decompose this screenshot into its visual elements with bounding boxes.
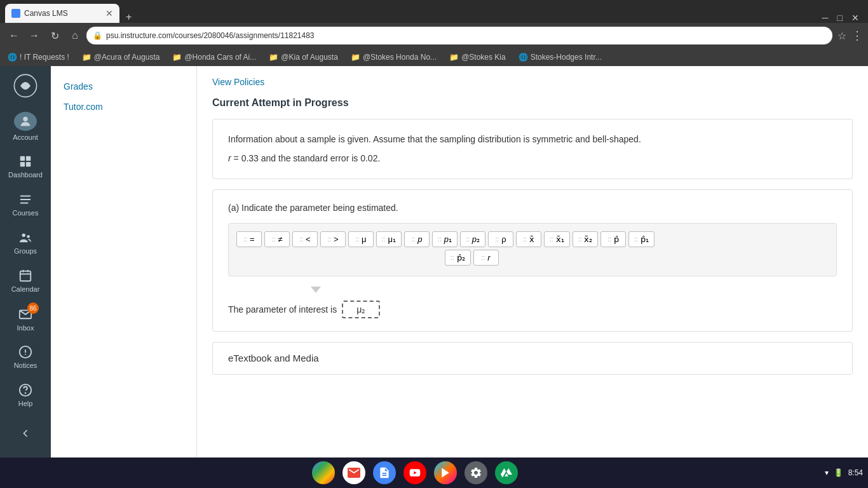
sidebar-item-groups[interactable]: Groups (0, 224, 51, 262)
battery-icon: 🔋 (834, 468, 843, 477)
svg-marker-21 (442, 468, 449, 478)
canvas-logo[interactable] (0, 66, 51, 105)
symbol-rho[interactable]: ::ρ (488, 231, 513, 247)
taskbar-time: 8:54 (848, 468, 863, 477)
bookmark-stokes-honda[interactable]: 📁 @Stokes Honda No... (348, 51, 439, 63)
canvas-sidebar: Account Dashboard Courses Gro (0, 66, 51, 458)
inbox-icon-wrap: 86 (18, 306, 32, 322)
dashboard-icon (18, 154, 32, 168)
svg-point-10 (27, 235, 30, 238)
window-controls: ─ □ ✕ (818, 13, 863, 23)
bookmark-honda[interactable]: 📁 @Honda Cars of Ai... (170, 51, 259, 63)
bookmark-stokes-kia[interactable]: 📁 @Stokes Kia (447, 51, 508, 63)
sidebar-item-notices[interactable]: Notices (0, 338, 51, 376)
symbol-xbar[interactable]: ::x̄ (516, 231, 541, 247)
inbox-badge: 86 (27, 302, 39, 314)
answer-box[interactable]: μ₂ (342, 301, 380, 318)
notices-icon (18, 345, 32, 359)
canvas-logo-svg (13, 73, 38, 98)
symbol-less[interactable]: ::< (292, 231, 318, 247)
active-tab[interactable]: Canvas LMS ✕ (5, 4, 119, 23)
symbol-xbar2[interactable]: ::x̄₂ (573, 231, 599, 247)
sidebar-item-dashboard[interactable]: Dashboard (0, 147, 51, 186)
notices-label: Notices (14, 362, 37, 369)
current-attempt-title: Current Attempt in Progress (212, 97, 853, 109)
symbol-phat1[interactable]: ::p̂₁ (628, 231, 654, 247)
symbol-phat[interactable]: ::p̂ (600, 231, 626, 247)
bookmark-kia[interactable]: 📁 @Kia of Augusta (266, 51, 341, 63)
symbol-r[interactable]: ::r (473, 250, 499, 266)
calendar-icon (18, 269, 32, 283)
svg-point-1 (23, 117, 27, 121)
browser-chrome: Canvas LMS ✕ + ─ □ ✕ ← → ↻ ⌂ 🔒 psu.instr… (0, 0, 868, 66)
browser-controls: ← → ↻ ⌂ 🔒 psu.instructure.com/courses/20… (0, 23, 868, 48)
question-text-a: (a) Indicate the parameter being estimat… (228, 203, 837, 213)
svg-rect-2 (20, 156, 25, 161)
taskbar-docs[interactable] (373, 461, 396, 484)
svg-point-18 (25, 354, 26, 355)
taskbar-settings[interactable] (465, 461, 487, 484)
symbol-mu1[interactable]: ::μ₁ (376, 231, 402, 247)
back-button[interactable]: ← (5, 27, 23, 44)
help-icon (18, 383, 32, 397)
dashboard-label: Dashboard (8, 171, 43, 179)
courses-label: Courses (13, 209, 39, 217)
help-label: Help (18, 400, 33, 407)
inbox-label: Inbox (17, 324, 34, 332)
refresh-button[interactable]: ↻ (46, 27, 64, 44)
taskbar-play[interactable] (434, 461, 457, 484)
svg-rect-4 (20, 162, 25, 166)
tutor-link[interactable]: Tutor.com (51, 97, 196, 117)
sidebar-item-account[interactable]: Account (0, 105, 51, 147)
symbol-equals[interactable]: ::= (236, 231, 262, 247)
sidebar-collapse-button[interactable] (0, 414, 51, 452)
symbol-notequals[interactable]: ::≠ (264, 231, 290, 247)
symbol-greater[interactable]: ::> (320, 231, 346, 247)
symbol-p1[interactable]: ::p₁ (432, 231, 458, 247)
collapse-icon (19, 427, 32, 440)
bookmark-it-requests[interactable]: 🌐 ! IT Requests ! (5, 51, 72, 63)
symbol-xbar1[interactable]: ::x̄₁ (544, 231, 570, 247)
svg-rect-3 (26, 156, 31, 161)
home-button[interactable]: ⌂ (66, 27, 84, 44)
tab-bar: Canvas LMS ✕ + ─ □ ✕ (0, 0, 868, 23)
sidebar-item-help[interactable]: Help (0, 376, 51, 414)
account-avatar (14, 112, 37, 131)
tooltip-arrow (311, 287, 321, 293)
bookmark-star-icon[interactable]: ☆ (837, 30, 846, 42)
symbol-mu[interactable]: ::μ (348, 231, 374, 247)
main-layout: Account Dashboard Courses Gro (0, 66, 868, 458)
restore-button[interactable]: □ (834, 13, 846, 23)
tooltip-arrow-area (228, 287, 837, 293)
sidebar-item-inbox-wrap: 86 Inbox (0, 300, 51, 338)
minimize-button[interactable]: ─ (818, 13, 832, 23)
bookmarks-bar: 🌐 ! IT Requests ! 📁 @Acura of Augusta 📁 … (0, 48, 868, 66)
bookmark-acura[interactable]: 📁 @Acura of Augusta (79, 51, 163, 63)
svg-point-20 (25, 393, 26, 393)
bookmark-stokes-hodges[interactable]: 🌐 Stokes-Hodges Intr... (516, 51, 604, 63)
sidebar-item-courses[interactable]: Courses (0, 186, 51, 224)
address-bar[interactable]: 🔒 psu.instructure.com/courses/2080046/as… (86, 27, 832, 44)
answer-prefix: The parameter of interest is (228, 304, 337, 315)
tab-favicon (11, 9, 20, 18)
tab-close-button[interactable]: ✕ (105, 8, 113, 18)
forward-button[interactable]: → (25, 27, 43, 44)
new-tab-button[interactable]: + (121, 11, 137, 23)
sidebar-item-inbox[interactable]: 86 Inbox (0, 300, 51, 338)
taskbar-right: ▾ 🔋 8:54 (825, 468, 868, 477)
browser-menu-icon[interactable]: ⋮ (851, 29, 863, 43)
grades-link[interactable]: Grades (51, 76, 196, 97)
symbol-p2[interactable]: ::p₂ (460, 231, 485, 247)
symbol-p[interactable]: ::p (404, 231, 430, 247)
calendar-label: Calendar (11, 285, 40, 293)
taskbar-chrome[interactable] (312, 461, 335, 484)
view-policies-link[interactable]: View Policies (212, 77, 264, 87)
symbol-phat2[interactable]: ::p̂₂ (445, 250, 471, 266)
close-button[interactable]: ✕ (848, 13, 863, 23)
taskbar-gmail[interactable] (342, 461, 365, 484)
taskbar-youtube[interactable] (403, 461, 426, 484)
symbol-row-1: ::= ::≠ ::< ::> ::μ ::μ₁ ::p ::p₁ ::p₂ :… (236, 231, 829, 247)
sidebar-item-calendar[interactable]: Calendar (0, 262, 51, 300)
main-content: View Policies Current Attempt in Progres… (197, 66, 868, 458)
taskbar-drive[interactable] (495, 461, 518, 484)
